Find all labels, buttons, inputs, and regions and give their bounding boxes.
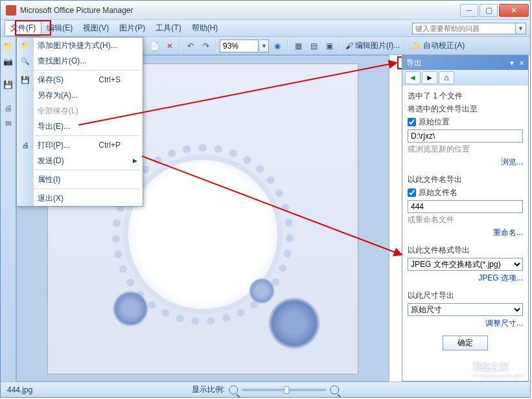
task-pane-nav: ◄ ► ⌂: [402, 70, 528, 86]
nav-home-icon[interactable]: ⌂: [439, 71, 454, 84]
nav-forward-icon[interactable]: ►: [422, 71, 437, 84]
zoom-dropdown[interactable]: ▼: [260, 40, 269, 52]
file-menu-popup: 📁添加图片快捷方式(H)... 🔍查找图片(O)... 💾保存(S)Ctrl+S…: [16, 37, 143, 207]
menu-view[interactable]: 视图(V): [78, 21, 114, 36]
delete-icon[interactable]: ✕: [163, 39, 177, 53]
nav-back-icon[interactable]: ◄: [405, 71, 421, 84]
menu-tools[interactable]: 工具(T): [150, 21, 186, 36]
browse-hint: 或浏览至新的位置: [408, 144, 523, 155]
rename-hint: 或重命名文件: [408, 214, 523, 225]
task-pane-close-icon[interactable]: ✕: [519, 60, 524, 67]
minimize-button[interactable]: ─: [460, 4, 478, 17]
zoom-label: 显示比例:: [192, 384, 225, 395]
print-icon: 🖨: [20, 140, 30, 150]
mail-icon[interactable]: ✉: [2, 117, 15, 130]
ok-button[interactable]: 确定: [443, 336, 488, 350]
chevron-right-icon: ▶: [133, 157, 137, 164]
menu-item-exit[interactable]: 退出(X): [17, 190, 143, 206]
undo-icon[interactable]: ↶: [183, 39, 198, 53]
menu-item-properties[interactable]: 属性(I): [17, 172, 143, 187]
orig-name-label: 原始文件名: [419, 187, 457, 198]
folder-shortcut-icon[interactable]: 📁: [2, 40, 15, 52]
paste-icon[interactable]: 📄: [147, 39, 161, 53]
save-icon: 💾: [20, 74, 30, 85]
print-icon[interactable]: 🖨: [2, 102, 15, 115]
edit-pictures-button[interactable]: 🖌编辑图片(I)...: [343, 40, 402, 51]
orig-location-checkbox[interactable]: [408, 118, 416, 126]
size-select[interactable]: 原始尺寸: [408, 303, 523, 316]
zoom-combo[interactable]: 93%: [220, 40, 259, 52]
menu-edit[interactable]: 编辑(E): [41, 21, 78, 36]
auto-correct-button[interactable]: ✨自动校正(A): [409, 40, 467, 51]
rename-link[interactable]: 重命名...: [408, 227, 523, 238]
app-icon: [6, 5, 16, 16]
help-icon[interactable]: ◉: [270, 39, 284, 53]
left-strip: 📁 📷 💾 🖨 ✉: [1, 37, 16, 382]
separator: [179, 40, 181, 52]
menu-item-save-all: 全部保存(L): [17, 103, 143, 119]
orig-location-label: 原始位置: [419, 117, 450, 128]
zoom-out-icon[interactable]: [229, 385, 238, 394]
export-name-label: 以此文件名导出: [408, 174, 523, 185]
watermark: 系统之家XITONGZHIJIA.NET: [452, 361, 525, 379]
redo-icon[interactable]: ↷: [199, 39, 213, 53]
menu-picture[interactable]: 图片(P): [114, 21, 150, 36]
separator: [216, 40, 217, 52]
resize-link[interactable]: 调整尺寸...: [408, 318, 523, 329]
format-select[interactable]: JPEG 文件交换格式(*.jpg): [408, 258, 523, 271]
menu-item-export[interactable]: 导出(E)...: [17, 119, 143, 134]
export-format-label: 以此文件格式导出: [408, 245, 523, 256]
export-size-label: 以此尺寸导出: [408, 290, 523, 301]
single-view-icon[interactable]: ▣: [322, 39, 336, 53]
menu-file[interactable]: 文件(F): [5, 20, 41, 36]
help-search-dropdown[interactable]: ▼: [516, 23, 526, 34]
zoom-slider[interactable]: [242, 389, 326, 391]
search-icon[interactable]: 📷: [2, 55, 15, 68]
jpeg-options-link[interactable]: JPEG 选项...: [408, 273, 523, 284]
task-pane: 导出 ▼✕ ◄ ► ⌂ 选中了 1 个文件 将选中的文件导出至 原始位置 或浏览…: [402, 55, 529, 382]
export-path-input[interactable]: [408, 130, 523, 142]
menu-help[interactable]: 帮助(H): [187, 21, 224, 36]
save-icon[interactable]: 💾: [2, 78, 15, 91]
selection-count: 选中了 1 个文件: [408, 91, 523, 102]
menu-item-save[interactable]: 💾保存(S)Ctrl+S: [17, 72, 143, 87]
window-title: Microsoft Office Picture Manager: [20, 6, 460, 15]
menu-item-send[interactable]: 发送(D)▶: [17, 153, 143, 168]
task-pane-title: 导出: [406, 58, 422, 69]
separator: [405, 40, 406, 52]
menubar: 文件(F) 编辑(E) 视图(V) 图片(P) 工具(T) 帮助(H) ▼: [1, 20, 530, 37]
help-search-input[interactable]: [412, 23, 516, 34]
menu-item-print[interactable]: 🖨打印(P)...Ctrl+P: [17, 137, 143, 153]
maximize-button[interactable]: ▢: [480, 4, 498, 17]
menu-item-find-pictures[interactable]: 🔍查找图片(O)...: [17, 53, 143, 69]
separator: [287, 40, 288, 52]
thumbs-view-icon[interactable]: ▦: [291, 39, 305, 53]
menu-item-add-shortcut[interactable]: 📁添加图片快捷方式(H)...: [17, 38, 143, 53]
task-pane-header: 导出 ▼✕: [402, 56, 528, 70]
statusbar: 444.jpg 显示比例:: [1, 382, 530, 397]
zoom-in-icon[interactable]: [330, 385, 339, 394]
watermark-logo-icon: [452, 363, 468, 378]
export-to-label: 将选中的文件导出至: [408, 104, 523, 115]
search-icon: 🔍: [20, 56, 30, 66]
status-filename: 444.jpg: [7, 385, 32, 394]
titlebar: Microsoft Office Picture Manager ─ ▢ ✕: [1, 1, 530, 20]
folder-icon: 📁: [20, 40, 30, 51]
orig-name-checkbox[interactable]: [408, 188, 416, 197]
close-button[interactable]: ✕: [499, 4, 529, 17]
filmstrip-view-icon[interactable]: ▤: [306, 39, 321, 53]
browse-link[interactable]: 浏览...: [408, 157, 523, 168]
export-name-input[interactable]: [408, 200, 523, 213]
menu-item-save-as[interactable]: 另存为(A)...: [17, 87, 143, 103]
task-pane-dropdown-icon[interactable]: ▼: [509, 60, 515, 67]
separator: [339, 40, 340, 52]
